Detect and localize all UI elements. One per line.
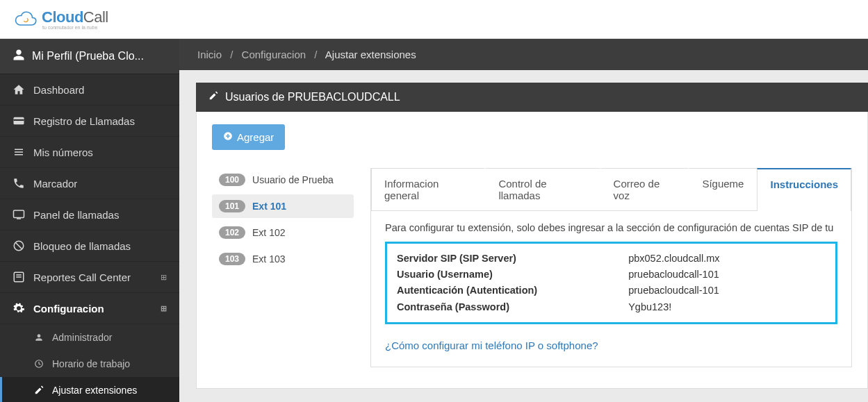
sidebar-profile-label: Mi Perfil (Prueba Clo...: [32, 50, 144, 62]
report-icon: [13, 271, 25, 283]
add-button[interactable]: Agregar: [212, 124, 285, 150]
svg-rect-1: [14, 119, 24, 121]
sidebar-sub-horario-de-trabajo[interactable]: Horario de trabajo: [0, 351, 179, 377]
panel-icon: [13, 208, 25, 221]
sip-label: Usuario (Username): [397, 267, 628, 283]
extension-item-102[interactable]: 102Ext 102: [212, 221, 354, 244]
adjust-icon: [33, 385, 45, 395]
sidebar-item-label: Configuracion: [33, 303, 104, 315]
sidebar-item-label: Dashboard: [33, 84, 84, 96]
sip-label: Contraseña (Password): [397, 299, 628, 315]
sidebar-item-label: Bloqueo de llamadas: [33, 240, 131, 252]
sidebar-item-marcador[interactable]: Marcador: [0, 168, 179, 199]
sidebar-item-reportes-call-center[interactable]: Reportes Call Center⊞: [0, 262, 179, 293]
sidebar-item-configuracion[interactable]: Configuracion⊞: [0, 293, 179, 324]
add-button-label: Agregar: [237, 131, 274, 143]
sip-config-box: Servidor SIP (SIP Server)Usuario (Userna…: [385, 242, 837, 324]
extension-label: Ext 102: [252, 227, 285, 238]
sidebar-sub-label: Ajustar extensiones: [52, 385, 137, 396]
sidebar-profile[interactable]: Mi Perfil (Prueba Clo...: [0, 39, 179, 74]
panel-header: Usuarios de PRUEBACLOUDCALL: [196, 83, 868, 112]
extension-item-100[interactable]: 100Usuario de Prueba: [212, 168, 354, 192]
sidebar-item-dashboard[interactable]: Dashboard: [0, 74, 179, 106]
sidebar-item-mis-números[interactable]: Mis números: [0, 137, 179, 168]
sidebar: Mi Perfil (Prueba Clo... DashboardRegist…: [0, 39, 179, 402]
clock-icon: [33, 359, 45, 369]
panel-title: Usuarios de PRUEBACLOUDCALL: [225, 91, 400, 103]
adjust-icon: [208, 91, 218, 103]
svg-rect-7: [16, 274, 22, 276]
extension-detail: Informacion generalControl de llamadasCo…: [370, 168, 852, 367]
sip-value: pbx052.cloudcall.mx: [628, 251, 826, 267]
card-icon: [13, 115, 25, 127]
sidebar-sub-administrador[interactable]: Administrador: [0, 324, 179, 351]
plus-icon: [223, 131, 233, 143]
sidebar-sub-ajustar-extensiones[interactable]: Ajustar extensiones: [0, 377, 179, 402]
gear-icon: [13, 302, 25, 315]
tab-informacion-general[interactable]: Informacion general: [371, 168, 485, 210]
breadcrumb: Inicio / Configuracion / Ajustar extensi…: [179, 39, 868, 70]
tab-instrucciones[interactable]: Instrucciones: [757, 168, 851, 211]
help-link[interactable]: ¿Cómo configurar mi teléfono IP o softph…: [385, 340, 598, 351]
svg-rect-3: [17, 218, 21, 219]
cloud-icon: [13, 10, 38, 28]
phone-icon: [13, 177, 25, 190]
extension-label: Usuario de Prueba: [252, 174, 334, 185]
sidebar-item-label: Panel de llamadas: [33, 209, 119, 221]
brand-logo[interactable]: CloudCall tu conmutador en la nube: [13, 8, 108, 30]
extension-label: Ext 101: [252, 201, 286, 212]
extension-badge: 101: [219, 200, 245, 212]
sidebar-sub-label: Horario de trabajo: [52, 358, 130, 369]
brand-tagline: tu conmutador en la nube: [42, 25, 108, 30]
breadcrumb-home[interactable]: Inicio: [197, 49, 222, 60]
svg-rect-8: [16, 276, 22, 278]
user-icon: [33, 333, 45, 342]
block-icon: [13, 240, 25, 252]
svg-rect-2: [14, 210, 24, 218]
sip-value: pruebacloudcall-101: [628, 267, 826, 283]
expand-icon: ⊞: [161, 273, 167, 282]
sidebar-sub-label: Administrador: [52, 332, 112, 343]
sidebar-item-bloqueo-de-llamadas[interactable]: Bloqueo de llamadas: [0, 231, 179, 262]
sidebar-item-label: Registro de Llamadas: [33, 115, 135, 127]
tab-content-instrucciones: Para configurar tu extensión, solo debes…: [371, 211, 851, 367]
tabs: Informacion generalControl de llamadasCo…: [371, 168, 851, 211]
sidebar-item-panel-de-llamadas[interactable]: Panel de llamadas: [0, 199, 179, 231]
sidebar-item-label: Marcador: [33, 178, 77, 190]
app-header: CloudCall tu conmutador en la nube: [0, 0, 868, 39]
sip-value: pruebacloudcall-101: [628, 283, 826, 299]
instructions-intro: Para configurar tu extensión, solo debes…: [385, 222, 837, 233]
sidebar-item-registro-de-llamadas[interactable]: Registro de Llamadas: [0, 106, 179, 137]
tab-sígueme[interactable]: Sígueme: [689, 168, 757, 210]
expand-icon: ⊞: [161, 304, 167, 313]
breadcrumb-current: Ajustar extensiones: [325, 49, 416, 60]
tab-correo-de-voz[interactable]: Correo de voz: [600, 168, 689, 210]
extension-list: 100Usuario de Prueba101Ext 101102Ext 102…: [212, 168, 354, 367]
sip-label: Autenticación (Autentication): [397, 283, 628, 299]
home-icon: [13, 83, 25, 96]
brand-text: CloudCall: [42, 8, 108, 26]
svg-line-5: [16, 243, 22, 249]
extension-badge: 102: [219, 226, 245, 239]
sidebar-item-label: Mis números: [33, 146, 93, 158]
main-content: Inicio / Configuracion / Ajustar extensi…: [179, 39, 868, 402]
sip-label: Servidor SIP (SIP Server): [397, 251, 628, 267]
breadcrumb-config[interactable]: Configuracion: [242, 49, 306, 60]
sip-value: Ygbu123!: [628, 299, 826, 315]
extension-badge: 103: [219, 253, 245, 265]
extension-item-101[interactable]: 101Ext 101: [212, 194, 354, 218]
list-icon: [13, 146, 25, 158]
extension-item-103[interactable]: 103Ext 103: [212, 247, 354, 271]
extension-badge: 100: [219, 174, 245, 186]
extension-label: Ext 103: [252, 253, 285, 265]
tab-control-de-llamadas[interactable]: Control de llamadas: [485, 168, 600, 210]
user-icon: [13, 49, 25, 64]
sidebar-item-label: Reportes Call Center: [33, 271, 131, 283]
